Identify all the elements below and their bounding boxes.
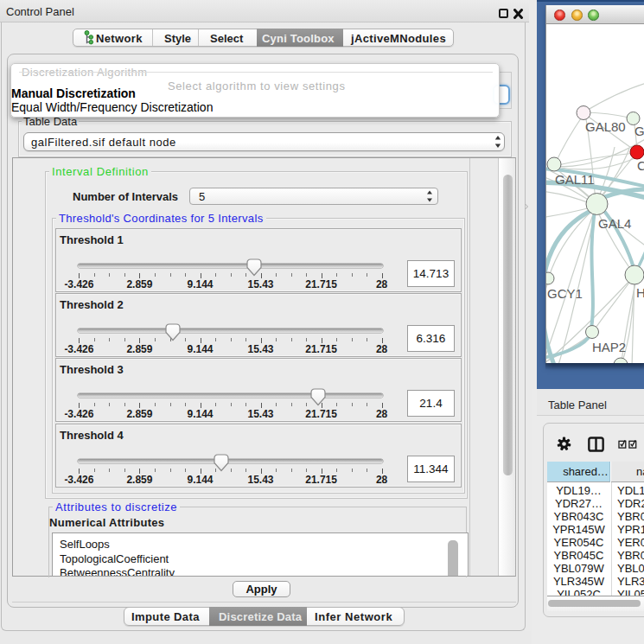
svg-text:GAL4: GAL4 <box>598 216 631 231</box>
svg-text:GCY1: GCY1 <box>547 286 583 301</box>
svg-text:HAP2: HAP2 <box>592 340 626 354</box>
svg-text:GA: GA <box>634 124 644 138</box>
svg-text:H: H <box>636 285 644 300</box>
svg-text:C: C <box>637 158 644 173</box>
svg-text:GAL11: GAL11 <box>555 172 595 187</box>
svg-text:GAL80: GAL80 <box>585 119 626 134</box>
